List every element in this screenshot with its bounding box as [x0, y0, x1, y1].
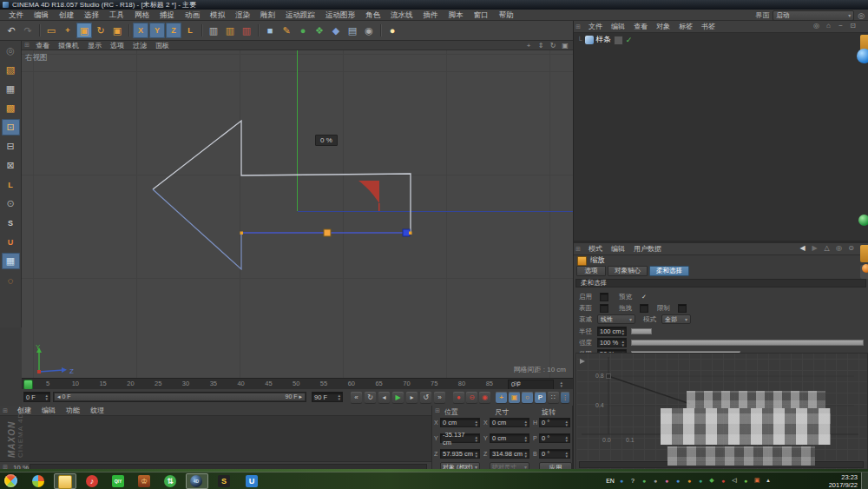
- am-lock-icon[interactable]: ⊙: [846, 243, 856, 253]
- scale-tool-button[interactable]: ▣: [76, 23, 92, 38]
- object-name[interactable]: 样条: [596, 35, 611, 45]
- add-deformer-button[interactable]: ◆: [328, 23, 344, 38]
- material-menu-item-2[interactable]: 功能: [61, 406, 85, 416]
- main-menu-item-9[interactable]: 渲染: [230, 10, 255, 21]
- falloff-dropdown[interactable]: 线性▾: [597, 314, 635, 324]
- taskbar-app-netease-music[interactable]: ♪: [82, 473, 104, 489]
- object-manager-menu-item-4[interactable]: 标签: [674, 21, 697, 32]
- key-parameter-toggle[interactable]: P: [535, 392, 546, 403]
- main-menu-item-18[interactable]: 帮助: [494, 10, 519, 21]
- am-search-icon[interactable]: ◎: [834, 243, 844, 253]
- panel-grip-icon[interactable]: ⊞: [435, 407, 440, 414]
- rot-p-field[interactable]: 0 °▴▾: [539, 433, 570, 443]
- keyframe-selection-button[interactable]: ◉: [479, 392, 490, 403]
- enable-checkbox[interactable]: [600, 293, 608, 301]
- main-menu-item-0[interactable]: 文件: [3, 10, 29, 21]
- main-menu-item-3[interactable]: 选择: [79, 10, 104, 21]
- taskbar-app-cinema4d[interactable]: 4D: [186, 473, 208, 489]
- tray-app-red-icon[interactable]: ●: [719, 476, 727, 485]
- main-menu-item-10[interactable]: 雕刻: [255, 10, 280, 21]
- tray-help-icon[interactable]: ?: [628, 476, 637, 485]
- render-settings-button[interactable]: ▥: [239, 23, 254, 38]
- main-menu-item-8[interactable]: 模拟: [205, 10, 230, 21]
- enable-axis-button[interactable]: L: [2, 176, 20, 193]
- main-menu-item-4[interactable]: 工具: [104, 10, 129, 21]
- main-menu-item-14[interactable]: 流水线: [385, 10, 418, 21]
- main-menu-item-2[interactable]: 创建: [54, 10, 79, 21]
- size-x-field[interactable]: 0 cm▴▾: [490, 418, 529, 427]
- object-row-spline[interactable]: └ 样条 ✓: [577, 35, 632, 45]
- tray-leaf-icon[interactable]: ●: [741, 476, 750, 485]
- goto-start-button[interactable]: «: [351, 392, 362, 403]
- side-tab-attributes[interactable]: [860, 245, 868, 262]
- timeline-mini-toggle[interactable]: ⋮: [561, 392, 569, 403]
- viewport-rotate-icon[interactable]: ↻: [548, 41, 558, 50]
- pos-y-field[interactable]: -35.137 cm▴▾: [440, 433, 480, 443]
- viewport-menu-item-4[interactable]: 过滤: [128, 41, 151, 50]
- lock-z-axis-button[interactable]: Z: [166, 23, 181, 38]
- strength-field[interactable]: 100 %▴▾: [597, 338, 627, 347]
- render-to-picture-viewer-button[interactable]: ▥: [222, 23, 238, 38]
- start-frame-field[interactable]: 0 F▴▾: [23, 392, 50, 402]
- radius-slider[interactable]: [631, 328, 652, 334]
- search-icon[interactable]: ◎: [858, 11, 865, 20]
- record-keyframe-button[interactable]: ●: [453, 392, 464, 403]
- tray-language-badge[interactable]: EN: [606, 476, 615, 485]
- om-filter-icon[interactable]: ⊡: [848, 21, 858, 30]
- taskbar-app-sync[interactable]: ⇅: [160, 473, 182, 489]
- floating-orange-icon[interactable]: [862, 264, 868, 273]
- soft-selection-section-header[interactable]: 柔和选择: [575, 279, 866, 287]
- tab-object-axis[interactable]: 对象轴心: [608, 266, 648, 276]
- current-frame-stepper[interactable]: ▴▾: [560, 380, 562, 387]
- phong-tag-icon[interactable]: [614, 36, 623, 45]
- frame-range-slider[interactable]: ◂ 0 F90 F ▸: [53, 392, 306, 402]
- start-button[interactable]: [1, 473, 23, 489]
- pos-x-field[interactable]: 0 cm▴▾: [440, 418, 480, 427]
- cycle-mode-button[interactable]: ↺: [420, 392, 431, 403]
- viewport-solo-button[interactable]: ⊙: [2, 195, 20, 212]
- viewport-menu-item-3[interactable]: 选项: [106, 41, 128, 50]
- om-home-icon[interactable]: ⌂: [824, 21, 833, 30]
- workplane-mode-button[interactable]: ▩: [2, 100, 20, 116]
- radius-field[interactable]: 100 cm▴▾: [597, 327, 627, 336]
- panel-grip-icon[interactable]: ⊞: [3, 407, 8, 414]
- om-search-icon[interactable]: ◎: [812, 21, 821, 30]
- panel-grip-icon[interactable]: ⊞: [575, 246, 581, 253]
- main-menu-item-16[interactable]: 脚本: [444, 10, 469, 21]
- next-frame-button[interactable]: ▸: [406, 392, 418, 403]
- viewport-menu-item-1[interactable]: 摄像机: [54, 41, 83, 50]
- main-menu-item-13[interactable]: 角色: [360, 10, 385, 21]
- goto-end-button[interactable]: »: [434, 392, 445, 403]
- viewport-dolly-icon[interactable]: ⇕: [536, 41, 546, 50]
- key-point-level-toggle[interactable]: ∷: [548, 392, 559, 403]
- pos-z-field[interactable]: 57.935 cm▴▾: [440, 449, 480, 459]
- tray-app-blue-icon[interactable]: ●: [674, 476, 682, 485]
- autokey-button[interactable]: ⊖: [466, 392, 477, 403]
- main-menu-item-17[interactable]: 窗口: [469, 10, 494, 21]
- viewport-canvas[interactable]: 右视图 0 % Y Z 网格间距 : 10 cm: [22, 50, 573, 378]
- strength-slider[interactable]: [631, 340, 864, 346]
- object-manager-list[interactable]: └ 样条 ✓: [574, 33, 868, 241]
- main-menu-item-12[interactable]: 运动图形: [320, 10, 360, 21]
- polygons-mode-button[interactable]: ⊠: [2, 157, 20, 174]
- floating-green-icon[interactable]: [858, 215, 868, 226]
- points-mode-button[interactable]: ⊡: [2, 119, 20, 135]
- add-light-button[interactable]: ●: [385, 23, 400, 38]
- viewport-menu-item-2[interactable]: 显示: [83, 41, 106, 50]
- object-manager-menu-item-5[interactable]: 书签: [697, 21, 720, 32]
- edges-mode-button[interactable]: ⊟: [2, 138, 20, 155]
- undo-button[interactable]: ↶: [3, 23, 19, 38]
- mode-dropdown[interactable]: 全部▾: [661, 314, 691, 324]
- key-rotation-toggle[interactable]: ○: [522, 392, 533, 403]
- main-menu-item-1[interactable]: 编辑: [29, 10, 54, 21]
- viewport-menu-item-0[interactable]: 查看: [31, 41, 54, 50]
- rot-h-field[interactable]: 0 °▴▾: [539, 418, 570, 427]
- attribute-menu-item-2[interactable]: 用户数据: [629, 243, 666, 254]
- layout-dropdown[interactable]: 启动▾: [773, 10, 854, 21]
- taskbar-app-utorrent[interactable]: U: [241, 473, 264, 489]
- am-up-icon[interactable]: △: [822, 243, 832, 253]
- coordinate-system-button[interactable]: L: [182, 23, 198, 38]
- size-z-field[interactable]: 314.98 cm▴▾: [490, 449, 529, 459]
- loop-mode-button[interactable]: ↻: [365, 392, 376, 403]
- add-floor-button[interactable]: ▤: [345, 23, 360, 38]
